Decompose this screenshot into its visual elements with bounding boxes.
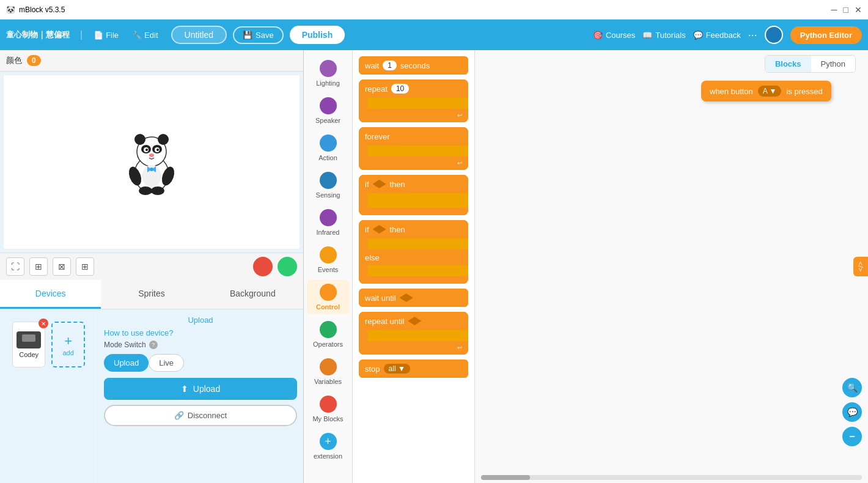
feedback-button[interactable]: 💬 Feedback xyxy=(693,31,741,40)
repeat-value: 10 xyxy=(391,84,409,94)
add-device-card[interactable]: + add xyxy=(51,322,85,367)
more-menu-button[interactable]: ··· xyxy=(748,29,757,42)
cat-extension[interactable]: + extension xyxy=(307,429,350,463)
else-row: else xyxy=(359,249,468,265)
cat-variables[interactable]: Variables xyxy=(307,355,350,389)
close-button[interactable]: ✕ xyxy=(855,5,862,15)
cat-control[interactable]: Control xyxy=(307,280,350,314)
cat-action[interactable]: Action xyxy=(307,131,350,165)
if-text: if xyxy=(365,180,369,189)
edit-menu-button[interactable]: 🔧 Edit xyxy=(128,28,161,42)
if-else-text: if xyxy=(365,225,369,234)
python-tab[interactable]: Python xyxy=(811,56,855,72)
svg-point-2 xyxy=(134,134,145,145)
svg-point-10 xyxy=(149,153,154,157)
tab-background[interactable]: Background xyxy=(202,280,303,309)
menu-right: 🎯 Courses 📖 Tutorials 💬 Feedback ··· Pyt… xyxy=(593,26,862,44)
color-label: 颜色 xyxy=(6,55,22,66)
how-to-use-link[interactable]: How to use device? xyxy=(104,328,297,337)
workspace-scrollbar[interactable] xyxy=(481,475,862,480)
ws-button-dropdown[interactable]: A ▼ xyxy=(758,86,782,97)
then-else-text: then xyxy=(390,225,405,234)
extension-plus-icon: + xyxy=(320,433,337,450)
zoom-in-button[interactable]: 🔍 xyxy=(842,378,862,397)
ws-when-button-block[interactable]: when button A ▼ is pressed xyxy=(701,81,831,101)
ws-is-pressed-text: is pressed xyxy=(786,87,822,96)
blocks-tab[interactable]: Blocks xyxy=(765,56,811,72)
workspace: Blocks Python when button A ▼ is pressed… xyxy=(475,50,868,483)
cat-sensing[interactable]: Sensing xyxy=(307,168,350,202)
view-small-button[interactable]: ⊞ xyxy=(29,257,48,276)
courses-icon: 🎯 xyxy=(593,31,603,40)
repeat-body xyxy=(367,98,468,109)
zoom-out-button[interactable]: − xyxy=(842,427,862,446)
codey-screen xyxy=(22,334,35,342)
feedback-label: Feedback xyxy=(706,31,741,40)
codey-device-card[interactable]: ✕ Codey xyxy=(12,322,45,367)
cat-speaker-dot xyxy=(320,97,337,114)
minimize-button[interactable]: ─ xyxy=(831,5,837,15)
play-button[interactable] xyxy=(278,257,297,276)
python-editor-button[interactable]: Python Editor xyxy=(790,26,862,44)
stage-controls: ⛶ ⊞ ⊠ ⊞ xyxy=(0,253,303,280)
upload-action-button[interactable]: ⬆ Upload xyxy=(104,378,297,400)
block-wait-seconds[interactable]: wait 1 seconds xyxy=(359,56,468,75)
block-stop[interactable]: stop all ▼ xyxy=(359,359,468,378)
cat-speaker[interactable]: Speaker xyxy=(307,94,350,128)
if-else-body-false xyxy=(367,265,468,276)
stage-panel: 颜色 0 xyxy=(0,50,304,483)
upload-toggle-live[interactable]: Live xyxy=(149,354,184,372)
codey-body xyxy=(17,331,41,348)
remove-codey-button[interactable]: ✕ xyxy=(39,319,48,328)
blocks-section: Lighting Speaker Action Sensing Infrared xyxy=(304,50,868,483)
upload-arrow-icon: ⬆ xyxy=(181,384,188,394)
maximize-button[interactable]: □ xyxy=(844,5,848,15)
cat-infrared[interactable]: Infrared xyxy=(307,205,350,240)
scrollbar-thumb[interactable] xyxy=(481,475,530,480)
panda-character xyxy=(124,128,179,196)
code-tag-button[interactable]: </> xyxy=(853,257,868,276)
tab-sprites-label: Sprites xyxy=(138,289,165,298)
stop-button[interactable] xyxy=(253,257,273,276)
tab-devices[interactable]: Devices xyxy=(0,280,101,309)
cat-events[interactable]: Events xyxy=(307,243,350,277)
upload-toggle-upload[interactable]: Upload xyxy=(104,354,149,372)
file-menu-button[interactable]: 📄 File xyxy=(90,28,122,42)
tab-sprites[interactable]: Sprites xyxy=(101,280,202,309)
block-forever[interactable]: forever ↩ xyxy=(359,127,468,170)
if-condition-slot xyxy=(373,180,386,188)
stop-dropdown[interactable]: all ▼ xyxy=(384,364,410,374)
project-name-button[interactable]: Untitled xyxy=(171,26,227,44)
fullscreen-button[interactable]: ⛶ xyxy=(6,257,24,276)
courses-button[interactable]: 🎯 Courses xyxy=(593,31,635,40)
block-if-then[interactable]: if then xyxy=(359,175,468,215)
title-bar-controls: ─ □ ✕ xyxy=(831,5,862,15)
forever-body xyxy=(367,146,468,157)
devices-cards: ✕ Codey + add xyxy=(6,315,91,374)
cat-lighting[interactable]: Lighting xyxy=(307,56,350,90)
svg-point-13 xyxy=(139,186,152,195)
cat-myblocks-label: My Blocks xyxy=(312,415,343,422)
blocks-palette: wait 1 seconds repeat 10 ↩ foreve xyxy=(353,50,475,483)
file-label: File xyxy=(106,31,119,40)
publish-button[interactable]: Publish xyxy=(290,26,345,44)
block-repeat[interactable]: repeat 10 ↩ xyxy=(359,79,468,122)
view-medium-button[interactable]: ⊠ xyxy=(53,257,71,276)
user-avatar[interactable] xyxy=(765,26,783,44)
view-grid-button[interactable]: ⊞ xyxy=(76,257,94,276)
title-bar-icon: 🐼 xyxy=(6,6,15,14)
block-repeat-until[interactable]: repeat until ↩ xyxy=(359,312,468,355)
wait-until-text: wait until xyxy=(365,293,396,303)
chat-button[interactable]: 💬 xyxy=(842,402,862,422)
mode-switch-info-icon[interactable]: ? xyxy=(149,341,158,349)
tutorials-icon: 📖 xyxy=(642,31,652,40)
disconnect-button[interactable]: 🔗 Disconnect xyxy=(104,405,297,426)
upload-top-link[interactable]: Upload xyxy=(188,315,213,325)
block-if-then-else[interactable]: if then else xyxy=(359,220,468,284)
courses-label: Courses xyxy=(606,31,635,40)
block-wait-until[interactable]: wait until xyxy=(359,289,468,307)
cat-myblocks[interactable]: My Blocks xyxy=(307,392,350,426)
save-button[interactable]: 💾 Save xyxy=(233,26,284,44)
cat-operators[interactable]: Operators xyxy=(307,317,350,352)
tutorials-button[interactable]: 📖 Tutorials xyxy=(642,31,685,40)
